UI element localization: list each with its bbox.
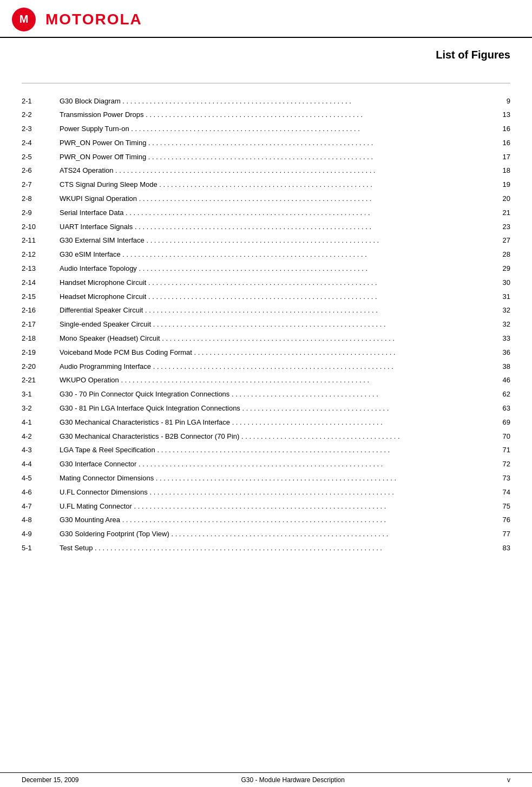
figure-number: 4-2 xyxy=(22,430,60,444)
figure-number: 2-13 xyxy=(22,262,60,276)
table-row: 2-7CTS Signal During Sleep Mode . . . . … xyxy=(22,178,510,192)
table-row: 2-19Voiceband Mode PCM Bus Coding Format… xyxy=(22,346,510,360)
table-row: 4-4G30 Interface Connector . . . . . . .… xyxy=(22,458,510,472)
table-row: 2-10UART Interface Signals . . . . . . .… xyxy=(22,220,510,234)
table-row: 2-6ATS24 Operation . . . . . . . . . . .… xyxy=(22,164,510,178)
figure-page: 46 xyxy=(489,374,510,388)
table-row: 3-2G30 - 81 Pin LGA Interface Quick Inte… xyxy=(22,402,510,416)
footer-page: v xyxy=(507,776,510,784)
figure-title: Audio Interface Topology . . . . . . . .… xyxy=(60,262,489,276)
figure-title: Mono Speaker (Headset) Circuit . . . . .… xyxy=(60,332,489,346)
figure-page: 73 xyxy=(489,472,510,486)
figure-page: 62 xyxy=(489,388,510,402)
figure-number: 4-3 xyxy=(22,444,60,458)
table-row: 2-8WKUPI Signal Operation . . . . . . . … xyxy=(22,192,510,206)
figure-page: 32 xyxy=(489,318,510,332)
figure-title: Differential Speaker Circuit . . . . . .… xyxy=(60,304,489,318)
figure-number: 2-6 xyxy=(22,164,60,178)
figure-title: Serial Interface Data . . . . . . . . . … xyxy=(60,206,489,220)
table-row: 2-21WKUPO Operation . . . . . . . . . . … xyxy=(22,374,510,388)
figure-title: G30 Interface Connector . . . . . . . . … xyxy=(60,458,489,472)
title-section: List of Figures xyxy=(0,38,532,67)
figure-page: 70 xyxy=(489,430,510,444)
figure-number: 4-7 xyxy=(22,499,60,513)
table-row: 4-5Mating Connector Dimensions . . . . .… xyxy=(22,472,510,486)
figure-page: 32 xyxy=(489,304,510,318)
figure-title: Headset Microphone Circuit . . . . . . .… xyxy=(60,290,489,304)
table-row: 4-2G30 Mechanical Characteristics - B2B … xyxy=(22,430,510,444)
table-row: 4-8G30 Mounting Area . . . . . . . . . .… xyxy=(22,513,510,528)
table-row: 2-11G30 External SIM Interface . . . . .… xyxy=(22,234,510,248)
figure-title: WKUPO Operation . . . . . . . . . . . . … xyxy=(60,374,489,388)
figure-title: UART Interface Signals . . . . . . . . .… xyxy=(60,220,489,234)
figure-page: 75 xyxy=(489,499,510,513)
table-row: 2-1G30 Block Diagram . . . . . . . . . .… xyxy=(22,94,510,108)
figure-number: 2-7 xyxy=(22,178,60,192)
figure-number: 2-9 xyxy=(22,206,60,220)
figure-number: 2-16 xyxy=(22,304,60,318)
figure-title: Voiceband Mode PCM Bus Coding Format . .… xyxy=(60,346,489,360)
table-row: 5-1Test Setup . . . . . . . . . . . . . … xyxy=(22,542,510,556)
table-row: 2-14Handset Microphone Circuit . . . . .… xyxy=(22,276,510,290)
figure-page: 31 xyxy=(489,290,510,304)
figure-page: 29 xyxy=(489,262,510,276)
table-row: 2-18Mono Speaker (Headset) Circuit . . .… xyxy=(22,332,510,346)
figure-page: 9 xyxy=(489,94,510,108)
motorola-logo-icon: M xyxy=(11,6,37,32)
figure-number: 4-9 xyxy=(22,528,60,542)
figure-page: 71 xyxy=(489,444,510,458)
footer-date: December 15, 2009 xyxy=(22,776,78,784)
figure-title: G30 External SIM Interface . . . . . . .… xyxy=(60,234,489,248)
figure-title: LGA Tape & Reel Specification . . . . . … xyxy=(60,444,489,458)
figure-number: 2-15 xyxy=(22,290,60,304)
figure-number: 2-1 xyxy=(22,94,60,108)
figure-number: 2-8 xyxy=(22,192,60,206)
figure-page: 72 xyxy=(489,458,510,472)
figure-number: 2-11 xyxy=(22,234,60,248)
brand-name: MOTOROLA xyxy=(45,11,142,28)
figure-title: Test Setup . . . . . . . . . . . . . . .… xyxy=(60,542,489,556)
figure-title: Power Supply Turn-on . . . . . . . . . .… xyxy=(60,122,489,136)
figure-page: 27 xyxy=(489,234,510,248)
main-content: 2-1G30 Block Diagram . . . . . . . . . .… xyxy=(0,83,532,566)
figure-page: 13 xyxy=(489,108,510,122)
figure-number: 2-20 xyxy=(22,360,60,374)
figure-title: ATS24 Operation . . . . . . . . . . . . … xyxy=(60,164,489,178)
figure-number: 2-14 xyxy=(22,276,60,290)
figure-title: G30 - 70 Pin Connector Quick Integration… xyxy=(60,388,489,402)
figure-page: 38 xyxy=(489,360,510,374)
figure-title: Mating Connector Dimensions . . . . . . … xyxy=(60,472,489,486)
footer: December 15, 2009 G30 - Module Hardware … xyxy=(0,772,532,787)
figure-title: PWR_ON Power On Timing . . . . . . . . .… xyxy=(60,136,489,150)
figure-page: 30 xyxy=(489,276,510,290)
footer-doc-title: G30 - Module Hardware Description xyxy=(241,776,344,784)
table-row: 2-13Audio Interface Topology . . . . . .… xyxy=(22,262,510,276)
figure-number: 2-19 xyxy=(22,346,60,360)
figure-number: 4-5 xyxy=(22,472,60,486)
figure-page: 20 xyxy=(489,192,510,206)
figure-number: 3-1 xyxy=(22,388,60,402)
figure-page: 18 xyxy=(489,164,510,178)
figure-title: G30 Mechanical Characteristics - 81 Pin … xyxy=(60,415,489,430)
table-row: 2-5PWR_ON Power Off Timing . . . . . . .… xyxy=(22,150,510,164)
figure-title: U.FL Mating Connector . . . . . . . . . … xyxy=(60,499,489,513)
table-row: 4-6U.FL Connector Dimensions . . . . . .… xyxy=(22,485,510,499)
table-row: 2-17Single-ended Speaker Circuit . . . .… xyxy=(22,318,510,332)
table-row: 2-9Serial Interface Data . . . . . . . .… xyxy=(22,206,510,220)
figure-title: G30 - 81 Pin LGA Interface Quick Integra… xyxy=(60,402,489,416)
figure-page: 19 xyxy=(489,178,510,192)
figure-number: 4-6 xyxy=(22,485,60,499)
table-row: 2-2Transmission Power Drops . . . . . . … xyxy=(22,108,510,122)
figure-number: 2-17 xyxy=(22,318,60,332)
header: M MOTOROLA xyxy=(0,0,532,38)
figure-number: 2-4 xyxy=(22,136,60,150)
figure-title: U.FL Connector Dimensions . . . . . . . … xyxy=(60,485,489,499)
figure-number: 4-1 xyxy=(22,415,60,430)
figure-title: G30 eSIM Interface . . . . . . . . . . .… xyxy=(60,248,489,262)
figure-number: 2-5 xyxy=(22,150,60,164)
figure-number: 2-21 xyxy=(22,374,60,388)
figure-title: G30 Soldering Footprint (Top View) . . .… xyxy=(60,528,489,542)
figure-page: 77 xyxy=(489,528,510,542)
figure-title: WKUPI Signal Operation . . . . . . . . .… xyxy=(60,192,489,206)
figure-page: 36 xyxy=(489,346,510,360)
